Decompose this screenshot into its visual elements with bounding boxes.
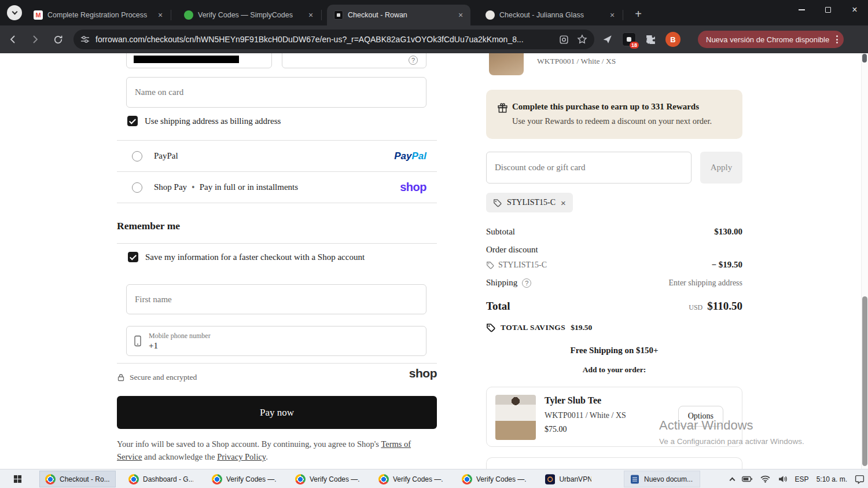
chrome-update-chip[interactable]: Nueva versión de Chrome disponible <box>698 31 844 48</box>
taskbar-item-verify-1[interactable]: Verify Codes —... <box>206 471 282 487</box>
taskbar-label: Verify Codes —... <box>393 475 443 483</box>
close-icon[interactable]: × <box>607 10 617 20</box>
minimize-icon <box>799 9 805 10</box>
close-icon: × <box>852 5 857 14</box>
taskbar-item-urbanvpn[interactable]: UrbanVPN <box>539 471 597 487</box>
scrollbar-thumb[interactable] <box>862 296 867 466</box>
tab-checkout-julianna[interactable]: Checkout - Julianna Glass × <box>479 5 622 25</box>
windows-taskbar: Checkout - Ro... Dashboard - G... Verify… <box>0 469 868 488</box>
start-icon <box>13 475 22 483</box>
address-bar[interactable]: forrowan.com/checkouts/cn/hWN5HEYn9F91Bk… <box>73 30 594 49</box>
url-text[interactable]: forrowan.com/checkouts/cn/hWN5HEYn9F91Bk… <box>95 35 554 44</box>
shop-pay-logo: shop <box>400 181 426 194</box>
order-summary: WKTP0001 / White / XS Complete this purc… <box>486 53 742 469</box>
close-icon[interactable]: × <box>155 10 165 20</box>
shipping-help-icon[interactable]: ? <box>522 278 531 288</box>
battery-icon[interactable] <box>742 476 753 482</box>
billing-address-checkbox[interactable] <box>127 116 138 126</box>
language-indicator[interactable]: ESP <box>795 475 809 483</box>
shop-pay-option[interactable]: Shop Pay • Pay in full or in installment… <box>117 171 437 203</box>
notification-icon[interactable] <box>855 474 865 484</box>
site-settings-icon[interactable] <box>80 35 90 44</box>
tab-verify-codes[interactable]: Verify Codes — SimplyCodes × <box>177 5 321 25</box>
card-expiry-field-partial[interactable] <box>126 53 272 68</box>
apply-button[interactable]: Apply <box>700 152 742 184</box>
footnote-text: and acknowledge the <box>142 452 217 461</box>
tab-title: Checkout - Rowan <box>348 11 451 19</box>
taskbar-item-verify-2[interactable]: Verify Codes —... <box>289 471 366 487</box>
name-on-card-input[interactable] <box>126 77 426 108</box>
urbanvpn-icon <box>545 474 555 485</box>
paypal-radio[interactable] <box>132 151 142 162</box>
remove-discount-icon[interactable]: × <box>561 199 566 207</box>
shop-pay-radio[interactable] <box>132 182 142 193</box>
taskbar-item-verify-3[interactable]: Verify Codes —... <box>373 471 449 487</box>
phone-input[interactable]: Mobile phone number +1 <box>126 326 426 356</box>
save-info-checkbox[interactable] <box>128 252 138 262</box>
billing-address-checkbox-row: Use shipping address as billing address <box>127 116 281 126</box>
paypal-option[interactable]: PayPal PayPal <box>117 140 437 171</box>
privacy-link[interactable]: Privacy Policy <box>217 452 266 461</box>
savings-label: TOTAL SAVINGS <box>501 323 565 332</box>
shop-pay-label: Shop Pay <box>154 182 187 192</box>
taskbar-item-document[interactable]: Nuevo docum... <box>624 471 700 487</box>
card-security-field-partial[interactable]: ? <box>282 53 426 68</box>
windows-activation-watermark: Activar Windows Ve a Configuración para … <box>659 418 804 446</box>
clock[interactable]: 5:10 a. m. <box>816 475 847 483</box>
rowan-icon <box>334 10 343 20</box>
first-name-input[interactable] <box>126 284 426 314</box>
help-icon[interactable]: ? <box>409 56 418 65</box>
checkout-page: ? Use shipping address as billing addres… <box>0 53 868 469</box>
scrollbar-track[interactable] <box>861 53 868 469</box>
taskbar-item-dashboard[interactable]: Dashboard - G... <box>123 471 199 487</box>
volume-icon[interactable] <box>778 475 788 483</box>
network-icon[interactable] <box>760 475 770 483</box>
rewards-title: Complete this purchase to earn up to 331… <box>512 102 699 112</box>
extension-badged-icon[interactable]: 18 <box>622 32 636 46</box>
tab-complete-registration[interactable]: M Complete Registration Process × <box>27 5 170 25</box>
back-button[interactable] <box>3 30 23 49</box>
chrome-update-label: Nueva versión de Chrome disponible <box>706 35 829 44</box>
close-icon[interactable]: × <box>455 10 466 20</box>
minimize-button[interactable] <box>788 0 815 20</box>
forward-icon <box>30 34 41 45</box>
applied-discount-chip: STYLIST15-C × <box>486 193 573 212</box>
taskbar-item-verify-4[interactable]: Verify Codes —... <box>456 471 532 487</box>
upsell-price: $75.00 <box>545 425 567 434</box>
save-info-checkbox-row: Save my information for a faster checkou… <box>128 252 365 262</box>
order-discount-row: Order discount <box>486 245 742 255</box>
discount-code-input[interactable] <box>486 152 692 184</box>
tab-title: Verify Codes — SimplyCodes <box>198 11 301 19</box>
taskbar-label: Checkout - Ro... <box>60 475 110 483</box>
tray-expand-icon[interactable] <box>729 478 735 483</box>
payment-methods: PayPal PayPal Shop Pay • Pay in full or … <box>117 140 437 203</box>
taskbar-label: Verify Codes —... <box>226 475 277 483</box>
forward-button[interactable] <box>25 30 45 49</box>
tab-title: Checkout - Julianna Glass <box>499 11 602 19</box>
lock-icon <box>117 373 125 381</box>
bookmark-star-icon[interactable] <box>577 34 587 45</box>
tab-title: Complete Registration Process <box>47 11 150 19</box>
start-button[interactable] <box>5 471 30 487</box>
scrollbar-top-stub[interactable] <box>862 54 867 63</box>
browser-toolbar: forrowan.com/checkouts/cn/hWN5HEYn9F91Bk… <box>0 25 868 53</box>
extensions-puzzle-icon[interactable] <box>645 34 656 45</box>
reload-button[interactable] <box>48 30 68 49</box>
new-tab-button[interactable]: + <box>631 6 646 21</box>
maximize-button[interactable] <box>815 0 841 20</box>
extension-icon[interactable] <box>602 34 613 45</box>
taskbar-item-checkout[interactable]: Checkout - Ro... <box>39 471 116 487</box>
total-value: $110.50 <box>707 300 742 312</box>
savings-value: $19.50 <box>571 323 592 332</box>
menu-dots-icon[interactable] <box>836 35 838 43</box>
upsell-card-partial <box>486 457 742 469</box>
close-icon[interactable]: × <box>306 10 316 20</box>
tab-search-button[interactable] <box>7 5 22 20</box>
pay-now-button[interactable]: Pay now <box>117 396 437 429</box>
profile-avatar[interactable]: B <box>665 32 681 47</box>
close-window-button[interactable]: × <box>841 0 868 20</box>
tab-checkout-rowan[interactable]: Checkout - Rowan × <box>327 5 470 25</box>
lens-icon[interactable] <box>559 35 569 45</box>
window-controls: × <box>788 0 868 20</box>
phone-icon <box>134 335 142 347</box>
